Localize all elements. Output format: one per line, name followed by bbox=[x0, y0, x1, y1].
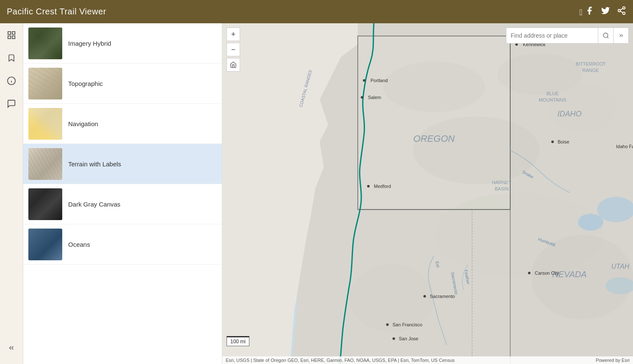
search-bar bbox=[506, 28, 629, 44]
svg-rect-5 bbox=[8, 32, 11, 34]
svg-text:Idaho Fall...: Idaho Fall... bbox=[616, 144, 633, 149]
svg-text:Portland: Portland bbox=[370, 78, 388, 83]
basemap-thumb-dark-gray-canvas bbox=[28, 188, 62, 220]
svg-text:Boise: Boise bbox=[558, 139, 569, 144]
svg-point-56 bbox=[367, 185, 370, 188]
scale-bar: 100 mi bbox=[227, 336, 249, 346]
basemap-item-terrain-with-labels[interactable]: Terrain with Labels bbox=[23, 144, 222, 184]
basemap-item-imagery-hybrid[interactable]: Imagery Hybrid bbox=[23, 23, 222, 63]
left-sidebar bbox=[0, 23, 23, 364]
svg-point-0 bbox=[623, 7, 625, 9]
search-input[interactable] bbox=[506, 32, 598, 39]
attribution-right: Powered by Esri bbox=[596, 358, 630, 363]
basemap-label-imagery-hybrid: Imagery Hybrid bbox=[68, 40, 111, 47]
svg-point-20 bbox=[413, 116, 540, 184]
basemap-label-oceans: Oceans bbox=[68, 241, 90, 248]
header-social-icons:  bbox=[579, 6, 626, 17]
basemap-label-terrain-with-labels: Terrain with Labels bbox=[68, 160, 121, 168]
home-button[interactable] bbox=[227, 58, 240, 72]
map-area[interactable]: OREGON IDAHO NEVADA UTAH COASTAL RANGES … bbox=[222, 23, 633, 364]
svg-text:IDAHO: IDAHO bbox=[557, 110, 581, 118]
basemap-thumb-oceans bbox=[28, 229, 62, 260]
attribution-left: Esri, USGS | State of Oregon GEO, Esri, … bbox=[226, 358, 455, 363]
svg-text:San Jose: San Jose bbox=[399, 336, 418, 341]
basemap-label-topographic: Topographic bbox=[68, 80, 103, 87]
svg-rect-8 bbox=[12, 36, 15, 39]
map-controls: + − bbox=[227, 28, 240, 73]
comment-icon[interactable] bbox=[4, 96, 19, 111]
facebook-icon[interactable]:  bbox=[579, 6, 594, 17]
main-area: Imagery HybridTopographicNavigationTerra… bbox=[0, 23, 633, 364]
app-header: Pacific Crest Trail Viewer  bbox=[0, 0, 633, 23]
basemap-label-dark-gray-canvas: Dark Gray Canvas bbox=[68, 201, 120, 208]
svg-text:MOUNTAINS: MOUNTAINS bbox=[539, 97, 566, 102]
svg-line-3 bbox=[620, 11, 623, 13]
basemap-thumb-navigation bbox=[28, 108, 62, 140]
info-icon[interactable] bbox=[4, 73, 19, 88]
collapse-icon[interactable] bbox=[4, 340, 19, 356]
basemap-label-navigation: Navigation bbox=[68, 120, 98, 127]
svg-text:Sacramento: Sacramento bbox=[430, 294, 455, 299]
svg-point-1 bbox=[618, 9, 621, 12]
zoom-in-button[interactable]: + bbox=[227, 28, 240, 41]
svg-text:UTAH: UTAH bbox=[611, 263, 630, 270]
basemap-thumb-imagery-hybrid bbox=[28, 28, 62, 59]
svg-point-50 bbox=[363, 79, 365, 82]
map-background: OREGON IDAHO NEVADA UTAH COASTAL RANGES … bbox=[222, 23, 633, 364]
svg-text:HARNEY: HARNEY bbox=[492, 180, 512, 185]
svg-point-52 bbox=[361, 96, 363, 99]
basemap-item-oceans[interactable]: Oceans bbox=[23, 224, 222, 265]
basemap-item-dark-gray-canvas[interactable]: Dark Gray Canvas bbox=[23, 184, 222, 224]
map-attribution: Esri, USGS | State of Oregon GEO, Esri, … bbox=[222, 356, 633, 364]
svg-text:BITTERROOT: BITTERROOT bbox=[576, 61, 606, 66]
svg-rect-6 bbox=[12, 32, 15, 34]
svg-text:OREGON: OREGON bbox=[413, 133, 455, 144]
svg-text:San Francisco: San Francisco bbox=[393, 322, 422, 327]
svg-point-19 bbox=[548, 83, 616, 133]
basemap-thumb-topographic bbox=[28, 68, 62, 99]
share-icon[interactable] bbox=[617, 6, 626, 17]
basemap-item-navigation[interactable]: Navigation bbox=[23, 104, 222, 144]
svg-rect-7 bbox=[8, 36, 11, 39]
scale-label: 100 mi bbox=[230, 339, 246, 345]
bookmark-icon[interactable] bbox=[4, 50, 19, 66]
svg-point-17 bbox=[383, 61, 485, 112]
expand-search-button[interactable] bbox=[613, 28, 628, 43]
svg-point-60 bbox=[423, 295, 426, 298]
svg-point-68 bbox=[603, 33, 608, 38]
svg-text:Carson City: Carson City bbox=[535, 270, 559, 276]
svg-point-29 bbox=[578, 214, 603, 231]
svg-text:BASIN: BASIN bbox=[495, 186, 509, 191]
app-title: Pacific Crest Trail Viewer bbox=[7, 7, 106, 17]
svg-text:BLUE: BLUE bbox=[547, 91, 559, 96]
svg-line-4 bbox=[620, 8, 623, 10]
svg-text:Salem: Salem bbox=[368, 95, 381, 100]
svg-text:Medford: Medford bbox=[374, 184, 391, 189]
twitter-icon[interactable] bbox=[601, 6, 610, 17]
svg-point-64 bbox=[393, 337, 395, 340]
svg-text:RANGE: RANGE bbox=[582, 68, 599, 73]
svg-line-69 bbox=[607, 37, 608, 38]
grid-icon[interactable] bbox=[4, 28, 19, 43]
svg-point-58 bbox=[528, 272, 531, 274]
svg-point-62 bbox=[386, 323, 389, 326]
basemap-item-topographic[interactable]: Topographic bbox=[23, 63, 222, 104]
search-button[interactable] bbox=[598, 28, 613, 43]
svg-point-2 bbox=[623, 12, 625, 14]
basemap-panel: Imagery HybridTopographicNavigationTerra… bbox=[23, 23, 222, 364]
basemap-thumb-terrain-with-labels bbox=[28, 148, 62, 180]
svg-point-54 bbox=[551, 141, 554, 143]
zoom-out-button[interactable]: − bbox=[227, 43, 240, 56]
